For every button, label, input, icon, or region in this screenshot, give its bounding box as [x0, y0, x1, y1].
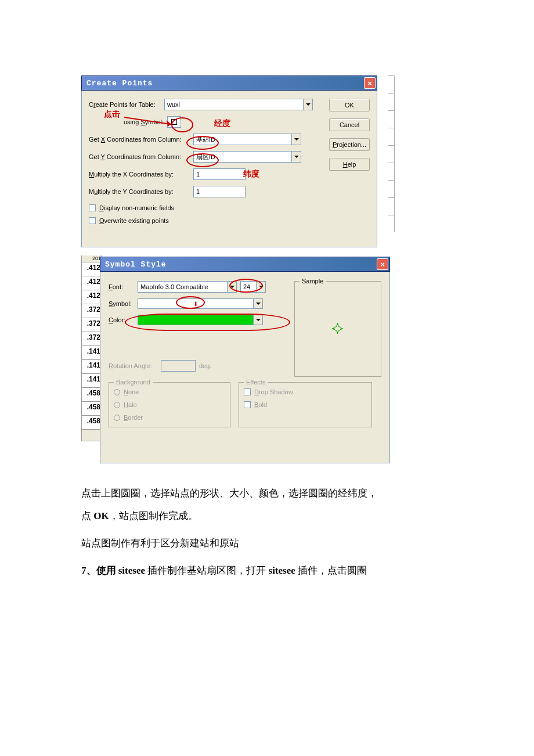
data-cell: .372 [81, 304, 102, 318]
chevron-down-icon[interactable] [254, 298, 263, 309]
titlebar: Create Points × [81, 75, 377, 91]
symbol-label: using Symbol: [124, 118, 167, 125]
data-cell: .458 [81, 402, 102, 416]
grid-lines [388, 75, 395, 250]
close-icon[interactable]: × [377, 258, 388, 270]
chevron-down-icon[interactable] [292, 151, 301, 163]
red-circle-symbol [171, 117, 193, 132]
symbol-style-dialog: Symbol Style × Sample ⯎ Font: [100, 257, 390, 463]
border-label: Border [124, 414, 143, 421]
annotation-click: 点击 [104, 109, 120, 120]
data-cell: .412 [81, 262, 102, 276]
rotation-input [161, 360, 196, 372]
data-cell: .372 [81, 318, 102, 332]
none-label: None [124, 388, 139, 395]
annotation-jingdu: 经度 [214, 118, 230, 129]
red-circle-y [186, 153, 219, 167]
table-input[interactable] [164, 99, 304, 110]
ok-button[interactable]: OK [329, 99, 370, 111]
bold-label: Bold [254, 401, 267, 408]
data-cell: .141 [81, 346, 102, 360]
none-radio [114, 389, 120, 395]
table-label: Create Points for Table: [89, 101, 164, 108]
paragraph-1: 点击上图圆圈，选择站点的形状、大小、颜色，选择圆圈的经纬度， 点 OK，站点图制… [81, 482, 453, 527]
overwrite-checkbox[interactable] [89, 217, 96, 224]
overwrite-checkbox-label: Overwrite existing points [99, 217, 169, 224]
data-cell: .412 [81, 290, 102, 304]
help-button[interactable]: Help [329, 158, 370, 171]
cancel-button[interactable]: Cancel [329, 118, 370, 131]
data-cell: 201 [81, 255, 102, 262]
effects-legend: Effects [244, 379, 268, 386]
projection-button[interactable]: Projection... [329, 138, 370, 151]
dropshadow-checkbox [244, 388, 251, 395]
pushpin-icon: ⯎ [332, 322, 344, 336]
chevron-down-icon[interactable] [304, 99, 313, 110]
create-points-dialog: Create Points × OK Cancel Projection... … [81, 75, 377, 247]
multy-input[interactable] [193, 186, 246, 197]
multy-label: Multiply the Y Coordinates by: [89, 188, 193, 195]
close-icon[interactable]: × [364, 77, 376, 89]
font-select[interactable] [138, 281, 237, 293]
data-cell: .372 [81, 332, 102, 346]
red-circle-size [229, 279, 263, 293]
font-label: Font: [109, 283, 138, 290]
paragraph-3: 7、使用 sitesee 插件制作基站扇区图，打开 sitesee 插件，点击圆… [81, 559, 453, 582]
red-circle-x [186, 136, 219, 150]
background-legend: Background [114, 379, 153, 386]
sample-legend: Sample [300, 278, 326, 285]
background-fieldset: Background None Halo Border [109, 382, 230, 427]
titlebar: Symbol Style × [100, 257, 390, 272]
annotation-weidu: 纬度 [243, 169, 259, 179]
multx-input[interactable] [193, 168, 246, 180]
sample-box: Sample ⯎ [294, 281, 381, 377]
data-cell: .141 [81, 360, 102, 374]
dialog-title: Create Points [86, 79, 153, 88]
display-checkbox-label: Display non-numeric fields [99, 204, 174, 211]
deg-label: deg. [199, 362, 211, 369]
bold-checkbox [244, 401, 251, 408]
font-input[interactable] [138, 281, 228, 293]
paragraph-2: 站点图制作有利于区分新建站和原站 [81, 532, 453, 555]
data-cell: .141 [81, 374, 102, 388]
effects-fieldset: Effects Drop Shadow Bold [239, 382, 372, 427]
rotation-label: Rotation Angle: [109, 362, 161, 369]
multx-label: Multiply the X Coordinates by: [89, 171, 193, 178]
getx-label: Get X Coordinates from Column: [89, 136, 193, 143]
data-cell [81, 430, 102, 441]
data-cell: .412 [81, 276, 102, 290]
red-circle-color [125, 314, 290, 331]
data-cell: .458 [81, 416, 102, 430]
data-cell: .458 [81, 388, 102, 402]
data-column: 201 .412 .412 .412 .372 .372 .372 .141 .… [81, 255, 102, 441]
symbol-style-body: Sample ⯎ Font: Symbol: ⬇ [100, 272, 390, 463]
dropshadow-label: Drop Shadow [254, 388, 293, 395]
border-radio [114, 415, 120, 421]
create-points-body: OK Cancel Projection... Help Create Poin… [81, 91, 377, 247]
table-select[interactable] [164, 99, 313, 110]
display-checkbox[interactable] [89, 204, 96, 211]
dialog-title: Symbol Style [105, 260, 167, 269]
gety-label: Get Y Coordinates from Column: [89, 153, 193, 160]
halo-label: Halo [124, 401, 137, 408]
red-circle-symbol [176, 296, 205, 309]
screenshot-container: Create Points × OK Cancel Projection... … [81, 75, 395, 465]
chevron-down-icon[interactable] [292, 134, 301, 145]
symbol-label: Symbol: [109, 300, 138, 307]
button-column: OK Cancel Projection... Help [329, 99, 370, 171]
halo-radio [114, 402, 120, 408]
